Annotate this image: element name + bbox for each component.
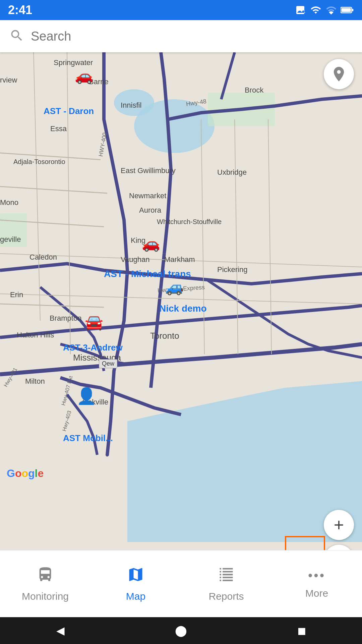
- compass-button[interactable]: [324, 59, 354, 89]
- android-recent-button[interactable]: ◼: [292, 621, 312, 641]
- bottom-nav: Monitoring Map Reports ••• More: [0, 550, 362, 617]
- signal-icon: [326, 5, 337, 15]
- monitoring-icon: [37, 566, 54, 587]
- reports-icon: [218, 566, 235, 587]
- photo-icon: [295, 5, 306, 15]
- android-nav: ◀ ⬤ ◼: [0, 617, 362, 644]
- search-icon: [9, 28, 24, 44]
- nav-item-map[interactable]: Map: [90, 560, 181, 608]
- nav-item-more[interactable]: ••• More: [272, 562, 362, 605]
- map-area[interactable]: Springwater Barrie rview AST - Daron Inn…: [0, 52, 362, 550]
- android-home-button[interactable]: ⬤: [171, 621, 191, 641]
- battery-icon: [341, 5, 354, 15]
- svg-rect-2: [342, 8, 351, 12]
- wifi-icon: [310, 5, 322, 15]
- status-bar: 2:41: [0, 0, 362, 20]
- svg-point-5: [114, 89, 154, 116]
- svg-rect-1: [352, 9, 353, 11]
- map-icon: [127, 566, 144, 587]
- more-label: More: [305, 588, 328, 599]
- zoom-in-button[interactable]: +: [324, 510, 354, 540]
- map-label: Map: [126, 591, 145, 602]
- more-icon: •••: [308, 569, 325, 584]
- monitoring-label: Monitoring: [22, 591, 69, 602]
- svg-rect-6: [0, 213, 27, 247]
- search-bar[interactable]: [0, 20, 362, 52]
- status-time: 2:41: [8, 3, 32, 17]
- status-icons: [295, 5, 354, 15]
- zoom-in-icon: +: [334, 515, 344, 535]
- nav-item-monitoring[interactable]: Monitoring: [0, 560, 90, 608]
- reports-label: Reports: [208, 591, 244, 602]
- android-back-button[interactable]: ◀: [50, 621, 70, 641]
- search-input[interactable]: [31, 29, 353, 44]
- nav-item-reports[interactable]: Reports: [181, 560, 272, 608]
- label-qew: Qew: [99, 359, 117, 368]
